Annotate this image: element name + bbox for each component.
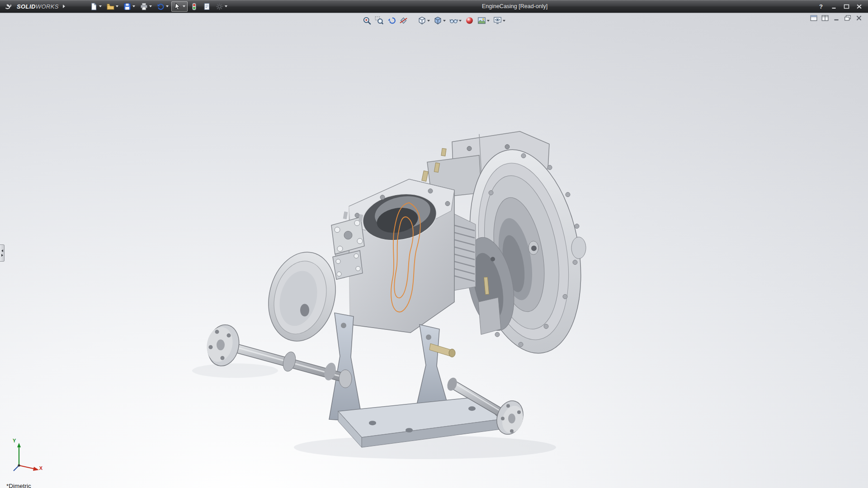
zoom-to-area-button[interactable]	[373, 15, 385, 26]
window-title: EngineCasing [Read-only]	[482, 3, 547, 9]
triad-x-label: X	[39, 465, 42, 471]
window-controls: ?	[816, 0, 868, 13]
viewport-3d[interactable]: Y X *Dimetric	[0, 13, 868, 488]
rebuild-button[interactable]	[188, 1, 200, 12]
save-icon	[123, 3, 131, 10]
dropdown-arrow-icon[interactable]	[487, 20, 490, 22]
new-document-button[interactable]	[88, 1, 104, 12]
doc-window-split-button[interactable]	[821, 15, 829, 21]
dropdown-arrow-icon[interactable]	[225, 5, 227, 7]
brand: SOLIDWORKS	[0, 0, 69, 13]
maximize-icon	[844, 4, 849, 9]
undo-icon	[157, 3, 165, 10]
doc-close-icon	[855, 15, 863, 21]
doc-restore-icon	[844, 15, 851, 21]
doc-minimize-icon	[833, 15, 840, 21]
view-orientation-button[interactable]	[416, 15, 431, 26]
triad-y-label: Y	[13, 438, 16, 443]
minimize-button[interactable]	[829, 2, 838, 10]
display-style-button[interactable]	[432, 15, 447, 26]
apply-scene-button[interactable]	[476, 15, 491, 26]
dropdown-arrow-icon[interactable]	[503, 20, 505, 22]
splitter-right-arrow-icon	[1, 254, 3, 257]
dassault-systemes-logo-icon	[5, 3, 14, 10]
edit-appearance-button[interactable]	[464, 15, 475, 26]
doc-close-button[interactable]	[855, 15, 863, 21]
help-icon: ?	[819, 3, 823, 10]
model-canvas[interactable]	[0, 13, 868, 488]
maximize-button[interactable]	[842, 2, 851, 10]
close-icon	[856, 4, 862, 9]
menu-expand-arrow-icon[interactable]	[63, 5, 65, 8]
dropdown-arrow-icon[interactable]	[459, 20, 462, 22]
hide-show-items-button[interactable]	[448, 15, 463, 26]
view-settings-icon	[493, 16, 502, 25]
dropdown-arrow-icon[interactable]	[443, 20, 446, 22]
zoom-to-area-icon	[375, 16, 383, 25]
titlebar: SOLIDWORKS EngineCasing [Read-only] ?	[0, 0, 868, 13]
dropdown-arrow-icon[interactable]	[116, 5, 118, 7]
solidworks-window: SOLIDWORKS EngineCasing [Read-only] ?	[0, 0, 868, 488]
doc-minimize-button[interactable]	[833, 15, 840, 21]
close-button[interactable]	[854, 2, 863, 10]
options-gear-icon	[216, 3, 223, 10]
brand-text: SOLIDWORKS	[17, 3, 59, 10]
doc-restore-button[interactable]	[844, 15, 851, 21]
select-button[interactable]	[171, 1, 188, 12]
reference-triad[interactable]: Y X	[9, 439, 42, 474]
doc-window-controls	[810, 15, 863, 21]
dropdown-arrow-icon[interactable]	[132, 5, 135, 7]
undo-button[interactable]	[155, 1, 171, 12]
section-view-button[interactable]	[398, 15, 409, 26]
dropdown-arrow-icon[interactable]	[183, 5, 185, 7]
view-orientation-label: *Dimetric	[6, 483, 31, 488]
dropdown-arrow-icon[interactable]	[149, 5, 152, 7]
display-style-icon	[434, 16, 442, 25]
print-icon	[140, 3, 148, 10]
open-folder-icon	[107, 3, 114, 10]
dropdown-arrow-icon[interactable]	[166, 5, 169, 7]
view-settings-button[interactable]	[492, 15, 507, 26]
dropdown-arrow-icon[interactable]	[99, 5, 102, 7]
new-document-icon	[90, 3, 98, 10]
splitter-left-arrow-icon	[1, 249, 3, 252]
zoom-to-fit-icon	[363, 16, 371, 25]
print-button[interactable]	[138, 1, 154, 12]
select-cursor-icon	[174, 3, 181, 10]
view-orientation-cube-icon	[418, 16, 426, 25]
help-button[interactable]: ?	[816, 2, 826, 10]
previous-view-icon	[387, 16, 396, 25]
previous-view-button[interactable]	[386, 15, 397, 26]
headsup-toolbar	[361, 15, 507, 26]
apply-scene-icon	[477, 16, 486, 25]
engine-casing-model[interactable]	[192, 131, 596, 459]
save-button[interactable]	[121, 1, 137, 12]
brand-works: WORKS	[36, 3, 59, 10]
doc-window-icon	[810, 15, 817, 21]
doc-window-split-icon	[821, 15, 829, 21]
main-toolbar	[88, 0, 230, 13]
file-properties-button[interactable]	[201, 1, 213, 12]
options-button[interactable]	[213, 1, 230, 12]
dropdown-arrow-icon[interactable]	[427, 20, 430, 22]
brand-solid: SOLID	[17, 3, 36, 10]
zoom-to-fit-button[interactable]	[361, 15, 373, 26]
hide-show-items-icon	[449, 16, 458, 25]
edit-appearance-icon	[465, 16, 474, 25]
doc-window-pane-button[interactable]	[810, 15, 817, 21]
open-button[interactable]	[104, 1, 121, 12]
file-properties-icon	[203, 3, 211, 10]
rebuild-traffic-light-icon	[190, 3, 198, 10]
featuremanager-splitter-handle[interactable]	[0, 244, 5, 262]
minimize-icon	[831, 4, 837, 9]
section-view-icon	[399, 16, 408, 25]
